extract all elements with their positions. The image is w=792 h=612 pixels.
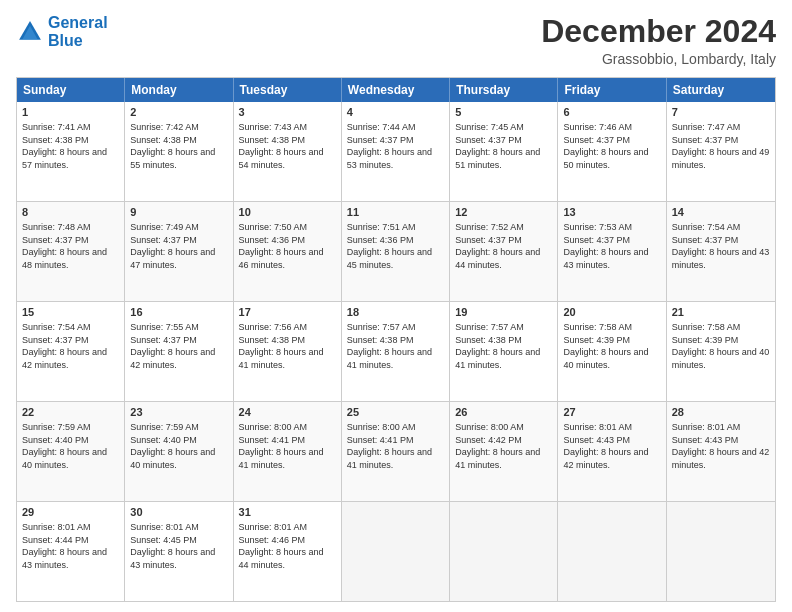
- cal-cell: 22Sunrise: 7:59 AMSunset: 4:40 PMDayligh…: [17, 402, 125, 501]
- cal-cell: 26Sunrise: 8:00 AMSunset: 4:42 PMDayligh…: [450, 402, 558, 501]
- week-row-4: 22Sunrise: 7:59 AMSunset: 4:40 PMDayligh…: [17, 401, 775, 501]
- cell-info: Sunrise: 7:55 AMSunset: 4:37 PMDaylight:…: [130, 321, 227, 371]
- day-number: 4: [347, 105, 444, 120]
- cal-cell: 21Sunrise: 7:58 AMSunset: 4:39 PMDayligh…: [667, 302, 775, 401]
- logo-general: General: [48, 14, 108, 31]
- day-number: 24: [239, 405, 336, 420]
- calendar-body: 1Sunrise: 7:41 AMSunset: 4:38 PMDaylight…: [17, 102, 775, 601]
- cal-cell: 3Sunrise: 7:43 AMSunset: 4:38 PMDaylight…: [234, 102, 342, 201]
- cell-info: Sunrise: 8:01 AMSunset: 4:46 PMDaylight:…: [239, 521, 336, 571]
- day-header-monday: Monday: [125, 78, 233, 102]
- cell-info: Sunrise: 8:01 AMSunset: 4:45 PMDaylight:…: [130, 521, 227, 571]
- cell-info: Sunrise: 7:57 AMSunset: 4:38 PMDaylight:…: [455, 321, 552, 371]
- cell-info: Sunrise: 7:52 AMSunset: 4:37 PMDaylight:…: [455, 221, 552, 271]
- cal-cell: 12Sunrise: 7:52 AMSunset: 4:37 PMDayligh…: [450, 202, 558, 301]
- cal-cell: 19Sunrise: 7:57 AMSunset: 4:38 PMDayligh…: [450, 302, 558, 401]
- cal-cell: 25Sunrise: 8:00 AMSunset: 4:41 PMDayligh…: [342, 402, 450, 501]
- cal-cell: 30Sunrise: 8:01 AMSunset: 4:45 PMDayligh…: [125, 502, 233, 601]
- cal-cell: 27Sunrise: 8:01 AMSunset: 4:43 PMDayligh…: [558, 402, 666, 501]
- cal-cell: 4Sunrise: 7:44 AMSunset: 4:37 PMDaylight…: [342, 102, 450, 201]
- cal-cell: 9Sunrise: 7:49 AMSunset: 4:37 PMDaylight…: [125, 202, 233, 301]
- cal-cell: [667, 502, 775, 601]
- week-row-2: 8Sunrise: 7:48 AMSunset: 4:37 PMDaylight…: [17, 201, 775, 301]
- day-number: 26: [455, 405, 552, 420]
- sub-title: Grassobbio, Lombardy, Italy: [541, 51, 776, 67]
- cell-info: Sunrise: 7:50 AMSunset: 4:36 PMDaylight:…: [239, 221, 336, 271]
- cell-info: Sunrise: 7:45 AMSunset: 4:37 PMDaylight:…: [455, 121, 552, 171]
- week-row-1: 1Sunrise: 7:41 AMSunset: 4:38 PMDaylight…: [17, 102, 775, 201]
- day-number: 25: [347, 405, 444, 420]
- cell-info: Sunrise: 8:00 AMSunset: 4:41 PMDaylight:…: [239, 421, 336, 471]
- cal-cell: 2Sunrise: 7:42 AMSunset: 4:38 PMDaylight…: [125, 102, 233, 201]
- day-number: 31: [239, 505, 336, 520]
- cal-cell: 15Sunrise: 7:54 AMSunset: 4:37 PMDayligh…: [17, 302, 125, 401]
- cal-cell: 31Sunrise: 8:01 AMSunset: 4:46 PMDayligh…: [234, 502, 342, 601]
- week-row-5: 29Sunrise: 8:01 AMSunset: 4:44 PMDayligh…: [17, 501, 775, 601]
- cell-info: Sunrise: 7:54 AMSunset: 4:37 PMDaylight:…: [672, 221, 770, 271]
- day-number: 7: [672, 105, 770, 120]
- cal-cell: 23Sunrise: 7:59 AMSunset: 4:40 PMDayligh…: [125, 402, 233, 501]
- cal-cell: 7Sunrise: 7:47 AMSunset: 4:37 PMDaylight…: [667, 102, 775, 201]
- day-number: 14: [672, 205, 770, 220]
- header: General Blue December 2024 Grassobbio, L…: [16, 14, 776, 67]
- main-title: December 2024: [541, 14, 776, 49]
- logo-blue: Blue: [48, 32, 83, 49]
- page: General Blue December 2024 Grassobbio, L…: [0, 0, 792, 612]
- day-number: 11: [347, 205, 444, 220]
- cell-info: Sunrise: 7:47 AMSunset: 4:37 PMDaylight:…: [672, 121, 770, 171]
- day-number: 19: [455, 305, 552, 320]
- cal-cell: 5Sunrise: 7:45 AMSunset: 4:37 PMDaylight…: [450, 102, 558, 201]
- title-block: December 2024 Grassobbio, Lombardy, Ital…: [541, 14, 776, 67]
- cell-info: Sunrise: 7:58 AMSunset: 4:39 PMDaylight:…: [672, 321, 770, 371]
- day-number: 28: [672, 405, 770, 420]
- day-number: 20: [563, 305, 660, 320]
- cell-info: Sunrise: 7:56 AMSunset: 4:38 PMDaylight:…: [239, 321, 336, 371]
- day-number: 13: [563, 205, 660, 220]
- day-number: 18: [347, 305, 444, 320]
- cal-cell: 20Sunrise: 7:58 AMSunset: 4:39 PMDayligh…: [558, 302, 666, 401]
- cell-info: Sunrise: 7:53 AMSunset: 4:37 PMDaylight:…: [563, 221, 660, 271]
- cal-cell: 16Sunrise: 7:55 AMSunset: 4:37 PMDayligh…: [125, 302, 233, 401]
- cell-info: Sunrise: 8:00 AMSunset: 4:42 PMDaylight:…: [455, 421, 552, 471]
- logo: General Blue: [16, 14, 108, 49]
- calendar: SundayMondayTuesdayWednesdayThursdayFrid…: [16, 77, 776, 602]
- cal-cell: 8Sunrise: 7:48 AMSunset: 4:37 PMDaylight…: [17, 202, 125, 301]
- cell-info: Sunrise: 7:42 AMSunset: 4:38 PMDaylight:…: [130, 121, 227, 171]
- day-number: 23: [130, 405, 227, 420]
- cal-cell: 6Sunrise: 7:46 AMSunset: 4:37 PMDaylight…: [558, 102, 666, 201]
- logo-icon: [16, 18, 44, 46]
- day-number: 29: [22, 505, 119, 520]
- day-number: 5: [455, 105, 552, 120]
- cell-info: Sunrise: 8:00 AMSunset: 4:41 PMDaylight:…: [347, 421, 444, 471]
- day-number: 8: [22, 205, 119, 220]
- day-number: 21: [672, 305, 770, 320]
- cal-cell: 18Sunrise: 7:57 AMSunset: 4:38 PMDayligh…: [342, 302, 450, 401]
- day-header-thursday: Thursday: [450, 78, 558, 102]
- day-header-saturday: Saturday: [667, 78, 775, 102]
- day-number: 12: [455, 205, 552, 220]
- cell-info: Sunrise: 8:01 AMSunset: 4:43 PMDaylight:…: [563, 421, 660, 471]
- cell-info: Sunrise: 7:54 AMSunset: 4:37 PMDaylight:…: [22, 321, 119, 371]
- day-number: 30: [130, 505, 227, 520]
- cell-info: Sunrise: 7:58 AMSunset: 4:39 PMDaylight:…: [563, 321, 660, 371]
- cell-info: Sunrise: 7:41 AMSunset: 4:38 PMDaylight:…: [22, 121, 119, 171]
- cal-cell: 29Sunrise: 8:01 AMSunset: 4:44 PMDayligh…: [17, 502, 125, 601]
- cell-info: Sunrise: 8:01 AMSunset: 4:43 PMDaylight:…: [672, 421, 770, 471]
- cal-cell: 1Sunrise: 7:41 AMSunset: 4:38 PMDaylight…: [17, 102, 125, 201]
- cal-cell: [558, 502, 666, 601]
- cell-info: Sunrise: 7:46 AMSunset: 4:37 PMDaylight:…: [563, 121, 660, 171]
- cell-info: Sunrise: 8:01 AMSunset: 4:44 PMDaylight:…: [22, 521, 119, 571]
- day-number: 3: [239, 105, 336, 120]
- day-number: 10: [239, 205, 336, 220]
- day-number: 15: [22, 305, 119, 320]
- day-number: 27: [563, 405, 660, 420]
- day-number: 2: [130, 105, 227, 120]
- cell-info: Sunrise: 7:44 AMSunset: 4:37 PMDaylight:…: [347, 121, 444, 171]
- day-number: 6: [563, 105, 660, 120]
- cell-info: Sunrise: 7:43 AMSunset: 4:38 PMDaylight:…: [239, 121, 336, 171]
- cal-cell: 24Sunrise: 8:00 AMSunset: 4:41 PMDayligh…: [234, 402, 342, 501]
- day-number: 1: [22, 105, 119, 120]
- day-number: 17: [239, 305, 336, 320]
- cal-cell: 17Sunrise: 7:56 AMSunset: 4:38 PMDayligh…: [234, 302, 342, 401]
- cell-info: Sunrise: 7:59 AMSunset: 4:40 PMDaylight:…: [130, 421, 227, 471]
